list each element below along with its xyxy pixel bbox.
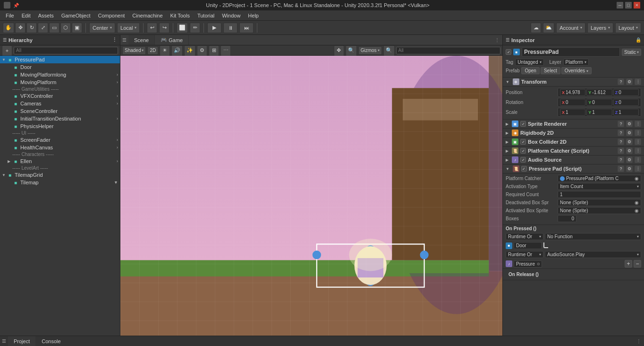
- door-ref-field[interactable]: Door: [514, 242, 542, 249]
- sr-more-icon[interactable]: ⋮: [635, 121, 641, 127]
- account-dropdown[interactable]: Account ▾: [556, 23, 585, 33]
- hierarchy-item-pressurepad[interactable]: ▼ ■ PressurePad: [0, 56, 120, 63]
- scene-view[interactable]: [120, 56, 502, 336]
- search-scene-icon[interactable]: 🔍: [383, 45, 395, 56]
- as-help-icon[interactable]: ?: [618, 156, 624, 163]
- menu-kittools[interactable]: Kit Tools: [167, 12, 194, 19]
- rb-help-icon[interactable]: ?: [618, 130, 624, 136]
- maximize-button[interactable]: □: [625, 2, 632, 9]
- menu-component[interactable]: Component: [94, 12, 128, 19]
- shading-dropdown[interactable]: Shaded ▾: [122, 46, 146, 55]
- transform-tool[interactable]: ⬡: [60, 23, 71, 33]
- hierarchy-item-vfxcontroller[interactable]: ■ VFXController ›: [0, 92, 120, 100]
- hierarchy-item-tilemap[interactable]: ■ Tilemap ▼: [0, 179, 120, 186]
- rb-settings-icon[interactable]: ⚙: [626, 130, 633, 136]
- rotate-tool[interactable]: ↻: [26, 23, 37, 33]
- hierarchy-item-cameras[interactable]: ■ Cameras ›: [0, 100, 120, 107]
- transform-component-header[interactable]: ▼ ⊕ Transform ? ⚙ ⋮: [503, 78, 644, 86]
- layout-dropdown[interactable]: Layout ▾: [615, 23, 641, 33]
- pos-x-field[interactable]: X14.978: [560, 89, 585, 96]
- paint-btn[interactable]: ✏: [190, 23, 200, 33]
- required-count-field[interactable]: 1: [558, 191, 641, 198]
- static-dropdown[interactable]: Static ▾: [622, 49, 641, 56]
- scene-settings-btn[interactable]: ⚙: [197, 45, 207, 56]
- platformcatcher-header[interactable]: ▶ 📜 ✓ Platform Catcher (Script) ? ⚙ ⋮: [503, 147, 644, 156]
- pos-y-field[interactable]: Y-1.612: [586, 89, 612, 96]
- rigidbody-header[interactable]: ▶ ◉ Rigidbody 2D ? ⚙ ⋮: [503, 129, 644, 138]
- inspector-lock-icon[interactable]: 🔒: [636, 37, 641, 43]
- transform-more-icon[interactable]: ⋮: [635, 78, 641, 85]
- bottom-more-icon[interactable]: ⋮: [636, 338, 641, 344]
- hand-tool[interactable]: ✋: [3, 23, 14, 33]
- open-btn[interactable]: Open: [521, 67, 539, 74]
- select-btn[interactable]: Select: [541, 67, 560, 74]
- more-btn[interactable]: ⋯: [220, 45, 231, 56]
- rot-z-field[interactable]: Z0: [613, 99, 639, 106]
- runtime-dropdown-1[interactable]: Runtime Or ▾: [506, 233, 543, 240]
- tab-scene[interactable]: Scene: [128, 35, 155, 45]
- add-event-btn[interactable]: +: [625, 260, 632, 268]
- menu-cinemachine[interactable]: Cinemachine: [128, 12, 166, 19]
- tab-game[interactable]: 🎮 Game: [155, 35, 189, 45]
- minimize-button[interactable]: ─: [617, 2, 623, 9]
- pp-more-icon[interactable]: ⋮: [635, 165, 641, 172]
- scale-y-field[interactable]: Y1: [586, 109, 612, 116]
- menu-help[interactable]: Help: [244, 12, 263, 19]
- audiosource-header[interactable]: ▶ ♪ ✓ Audio Source ? ⚙ ⋮: [503, 156, 644, 164]
- sr-checkbox[interactable]: ✓: [520, 121, 526, 127]
- play-button[interactable]: ▶: [207, 23, 221, 33]
- object-active-checkbox[interactable]: ✓: [506, 49, 511, 55]
- redo-btn[interactable]: ↪: [159, 23, 169, 33]
- menu-window[interactable]: Window: [218, 12, 244, 19]
- rot-y-field[interactable]: Y0: [586, 99, 612, 106]
- menu-assets[interactable]: Assets: [34, 12, 58, 19]
- bc-settings-icon[interactable]: ⚙: [626, 138, 633, 145]
- pc-settings-icon[interactable]: ⚙: [626, 147, 633, 154]
- activation-type-dropdown[interactable]: Item Count ▾: [558, 183, 641, 190]
- zoom-btn[interactable]: 🔍: [346, 45, 357, 56]
- as-settings-icon[interactable]: ⚙: [626, 156, 633, 163]
- pivot-center-dropdown[interactable]: Center ▾: [89, 23, 115, 33]
- pp-settings-icon[interactable]: ⚙: [626, 165, 633, 172]
- grid-btn[interactable]: ⊞: [209, 45, 219, 56]
- deact-spr-field[interactable]: None (Sprite) ◉: [558, 199, 641, 206]
- collab-btn[interactable]: ☁: [531, 23, 541, 33]
- as-more-icon[interactable]: ⋮: [635, 156, 641, 163]
- bc-checkbox[interactable]: ✓: [520, 139, 526, 145]
- sr-settings-icon[interactable]: ⚙: [626, 121, 633, 127]
- hierarchy-menu-icon[interactable]: ☰: [3, 38, 7, 43]
- tag-dropdown[interactable]: Untagged ▾: [515, 59, 543, 66]
- move-tool[interactable]: ✥: [15, 23, 25, 33]
- runtime-dropdown-2[interactable]: Runtime Or ▾: [506, 251, 543, 258]
- hierarchy-item-scenecontroller[interactable]: ■ SceneController: [0, 107, 120, 115]
- hierarchy-item-door[interactable]: ■ Door: [0, 63, 120, 71]
- undo-btn[interactable]: ↩: [147, 23, 157, 33]
- no-function-dropdown[interactable]: No Function ▾: [545, 233, 641, 240]
- bc-more-icon[interactable]: ⋮: [635, 138, 641, 145]
- pp-checkbox[interactable]: ✓: [521, 166, 527, 172]
- sr-help-icon[interactable]: ?: [618, 121, 624, 127]
- menu-tutorial[interactable]: Tutorial: [194, 12, 218, 19]
- boxcollider-header[interactable]: ▶ ▣ ✓ Box Collider 2D ? ⚙ ⋮: [503, 138, 644, 147]
- hierarchy-more-icon[interactable]: ⋮: [112, 37, 117, 43]
- hierarchy-item-initialtransition[interactable]: ■ InitialTransitionDestination ›: [0, 115, 120, 122]
- hierarchy-item-tilemapgrid[interactable]: ▼ ■ TilemapGrid: [0, 171, 120, 179]
- scene-search[interactable]: [396, 47, 500, 54]
- pressure-ref-field[interactable]: Pressure ⊙: [514, 260, 542, 268]
- object-name-input[interactable]: [522, 47, 620, 57]
- scene-panel-menu[interactable]: ☰: [120, 37, 128, 43]
- inspector-menu-icon[interactable]: ☰: [506, 38, 509, 43]
- pc-help-icon[interactable]: ?: [618, 147, 624, 154]
- scene-tabs-more[interactable]: ⋮: [492, 35, 502, 45]
- menu-edit[interactable]: Edit: [18, 12, 34, 19]
- hierarchy-search[interactable]: [14, 47, 118, 54]
- bc-help-icon[interactable]: ?: [618, 138, 624, 145]
- transform-settings-icon[interactable]: ⚙: [626, 78, 633, 85]
- pos-z-field[interactable]: Z0: [613, 89, 639, 96]
- scale-x-field[interactable]: X1: [560, 109, 585, 116]
- layers-dropdown[interactable]: Layers ▾: [587, 23, 613, 33]
- tab-console[interactable]: Console: [36, 336, 67, 346]
- platform-catcher-field[interactable]: PressurePad (Platform C ◉: [558, 175, 641, 182]
- fx-btn[interactable]: ✨: [184, 45, 195, 56]
- custom-tool[interactable]: ▣: [72, 23, 82, 33]
